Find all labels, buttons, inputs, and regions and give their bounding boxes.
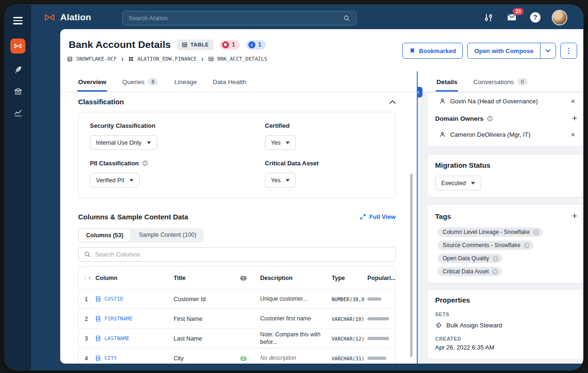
migration-status-dropdown[interactable]: Executed — [435, 176, 481, 190]
column-header-description[interactable]: Description — [260, 275, 332, 281]
governance-bank-icon[interactable] — [13, 86, 23, 97]
remove-tag-button[interactable]: ✕ — [492, 269, 498, 275]
tab-queries[interactable]: Queries8 — [122, 78, 158, 92]
deprecation-badge[interactable]: 1 — [220, 40, 240, 50]
tab-conversations[interactable]: Conversations0 — [473, 78, 527, 92]
remove-tag-button[interactable]: ✕ — [493, 256, 499, 262]
inbox-icon[interactable]: 23 — [506, 11, 518, 23]
analytics-chart-icon[interactable] — [13, 108, 23, 118]
app-window: Alation 23 ? — [5, 5, 583, 370]
tag-pill[interactable]: Column Level Lineage - Snowflake✕ — [437, 227, 543, 237]
ai-suggestion-column-icon[interactable] — [239, 274, 260, 282]
classification-card: Security Classification Internal Use Onl… — [78, 112, 396, 198]
columns-search-input[interactable] — [95, 251, 390, 258]
settings-sliders-icon[interactable] — [482, 11, 494, 23]
tag-pill[interactable]: Open Data Quality✕ — [437, 254, 502, 263]
info-icon[interactable] — [487, 116, 493, 122]
compose-quill-icon[interactable] — [13, 65, 23, 75]
remove-steward-button[interactable]: ✕ — [571, 98, 575, 105]
compose-dropdown-button[interactable] — [540, 43, 556, 58]
tab-sample-content[interactable]: Sample Content (100) — [131, 228, 204, 242]
open-with-compose-split-button: Open with Compose — [467, 43, 556, 59]
global-search-input[interactable] — [128, 15, 343, 22]
open-with-compose-button[interactable]: Open with Compose — [468, 43, 540, 58]
columns-table: ⋮↑ Column Title Description Type Popular… — [78, 266, 396, 364]
tab-overview[interactable]: Overview — [78, 78, 106, 92]
alation-logo[interactable]: Alation — [43, 12, 91, 23]
column-link[interactable]: FIRSTNAME — [95, 316, 174, 322]
topbar: Alation 23 ? — [31, 5, 583, 30]
column-link[interactable]: CUSTID — [95, 296, 174, 302]
tab-lineage[interactable]: Lineage — [174, 78, 197, 92]
tags-heading: Tags — [435, 212, 451, 220]
pii-classification-field: PII Classification Verified PII — [90, 160, 265, 187]
user-icon — [439, 131, 446, 138]
remove-domain-owner-button[interactable]: ✕ — [571, 132, 575, 138]
column-icon — [95, 355, 101, 361]
bookmarked-button[interactable]: Bookmarked — [402, 43, 463, 59]
alation-home-button[interactable] — [10, 39, 25, 54]
tag-pill[interactable]: Source Comments - Snowflake✕ — [437, 241, 533, 250]
column-icon — [95, 316, 101, 322]
ai-suggested-description-icon[interactable] — [239, 354, 260, 362]
main-scrollbar[interactable] — [410, 174, 413, 357]
tab-details[interactable]: Details — [437, 78, 457, 92]
critical-data-asset-dropdown[interactable]: Yes — [265, 173, 296, 187]
critical-data-asset-field: Critical Data Asset Yes — [265, 160, 384, 187]
breadcrumb-table[interactable]: BNK_ACCT_DETAILS — [208, 56, 267, 62]
collapse-panel-button[interactable] — [418, 87, 422, 97]
full-view-button[interactable]: Full View — [360, 213, 396, 220]
critical-data-asset-label: Critical Data Asset — [265, 160, 384, 167]
info-icon[interactable] — [142, 160, 148, 166]
object-type-badge: TABLE — [177, 39, 214, 50]
columns-search[interactable] — [78, 247, 396, 262]
tab-data-health[interactable]: Data Health — [213, 78, 246, 92]
tags-card: Tags + Column Level Lineage - Snowflake✕… — [427, 204, 583, 283]
collapse-section-button[interactable] — [389, 100, 396, 104]
column-header-popularity[interactable]: Populari... — [367, 275, 396, 281]
global-search[interactable] — [122, 11, 357, 25]
table-row[interactable]: 1 CUSTID Customer Id Unique customer... … — [79, 289, 395, 309]
security-classification-dropdown[interactable]: Internal Use Only — [90, 135, 157, 150]
avatar[interactable] — [553, 11, 566, 24]
certified-label: Certified — [265, 122, 384, 129]
user-icon — [439, 98, 446, 105]
add-tag-button[interactable]: + — [572, 211, 577, 221]
search-icon[interactable] — [343, 15, 350, 22]
help-icon[interactable]: ? — [529, 11, 541, 23]
hamburger-menu-icon[interactable] — [13, 17, 23, 24]
column-link[interactable]: LASTNAME — [95, 335, 174, 342]
tags-list: Column Level Lineage - Snowflake✕ Source… — [435, 227, 578, 276]
left-nav-rail — [5, 5, 31, 370]
column-header-title[interactable]: Title — [174, 275, 239, 281]
steward-name[interactable]: Govin Na (Head of Governance) — [450, 98, 538, 105]
remove-tag-button[interactable]: ✕ — [533, 229, 539, 235]
column-header-column[interactable]: Column — [95, 275, 174, 281]
chevron-right-icon: ❯ — [201, 56, 204, 62]
sets-diamond-icon — [435, 322, 442, 329]
breadcrumb-schema[interactable]: ALATION_EDW.FINANCE — [128, 56, 197, 62]
popularity-bar — [367, 317, 389, 320]
chevron-right-icon: ❯ — [121, 56, 124, 62]
tag-pill[interactable]: Critical Data Asset✕ — [437, 267, 502, 276]
table-row[interactable]: 2 FIRSTNAME First Name Customer first na… — [79, 309, 395, 329]
column-link[interactable]: CITY — [95, 355, 174, 361]
table-row[interactable]: 3 LASTNAME Last Name Note: Compare this … — [79, 329, 395, 349]
columns-section-heading: Columns & Sample Content Data — [78, 213, 188, 221]
sets-value[interactable]: Bulk Assign Steward — [446, 322, 502, 329]
domain-owner-name[interactable]: Cameron DeOliviera (Mgr, IT) — [450, 131, 530, 138]
breadcrumb-datasource[interactable]: SNOWFLAKE-OCF — [67, 56, 117, 62]
info-flag-badge[interactable]: i 1 — [246, 40, 266, 50]
sort-ascending-button[interactable]: ⋮↑ — [79, 274, 95, 281]
more-actions-button[interactable]: ⋮ — [560, 43, 577, 59]
table-row[interactable]: 4 CITY City No description V — [79, 349, 395, 364]
remove-tag-button[interactable]: ✕ — [524, 242, 530, 249]
tab-columns[interactable]: Columns (53) — [78, 228, 131, 242]
pii-classification-dropdown[interactable]: Verified PII — [90, 173, 140, 187]
caret-down-icon — [471, 182, 475, 185]
certified-dropdown[interactable]: Yes — [265, 135, 296, 150]
migration-status-card: Migration Status Executed — [427, 154, 583, 197]
add-domain-owner-button[interactable]: + — [572, 113, 577, 124]
datasource-icon — [67, 56, 73, 62]
column-header-type[interactable]: Type — [332, 275, 367, 281]
